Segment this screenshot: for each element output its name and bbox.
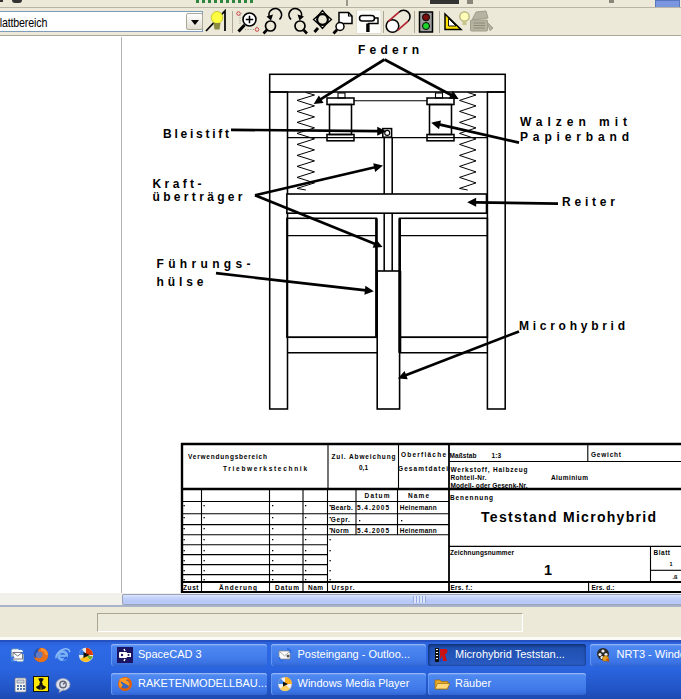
svg-text:Benennung: Benennung [450, 494, 493, 502]
svg-text:Ers. f.:: Ers. f.: [451, 584, 473, 591]
svg-text:Teststand Microhybrid: Teststand Microhybrid [481, 509, 656, 525]
svg-text:1:3: 1:3 [492, 452, 502, 459]
svg-text:überträger: überträger [153, 190, 243, 204]
svg-text:Gesamtdatei: Gesamtdatei [398, 465, 448, 472]
svg-text:Ers. d.:: Ers. d.: [592, 584, 615, 591]
svg-text:Norm: Norm [331, 527, 349, 534]
svg-text:Name: Name [408, 492, 429, 499]
svg-text:Maßstab: Maßstab [450, 452, 477, 459]
svg-text:Oberfläche: Oberfläche [401, 451, 446, 458]
svg-text:hülse: hülse [157, 275, 204, 289]
svg-text:Nam: Nam [308, 584, 323, 591]
svg-text:Bearb.: Bearb. [331, 504, 353, 511]
svg-text:5.4.2005: 5.4.2005 [357, 504, 389, 511]
svg-text:Verwendungsbereich: Verwendungsbereich [188, 453, 267, 461]
svg-text:Microhybrid: Microhybrid [519, 319, 625, 333]
svg-text:Werkstoff, Halbzeug: Werkstoff, Halbzeug [451, 466, 528, 474]
svg-text:1: 1 [670, 561, 673, 567]
svg-text:.ß: .ß [673, 574, 679, 580]
svg-text:Gepr.: Gepr. [331, 516, 350, 524]
svg-text:Reiter: Reiter [562, 195, 615, 209]
svg-text:Bleistift: Bleistift [163, 127, 229, 141]
svg-text:Änderung: Änderung [219, 584, 257, 592]
svg-text:Datum: Datum [275, 584, 299, 591]
svg-text:Aluminium: Aluminium [551, 474, 588, 481]
svg-text:Kraft-: Kraft- [153, 177, 202, 191]
svg-text:Heinemann: Heinemann [400, 527, 437, 534]
svg-text:Rohteil-Nr.: Rohteil-Nr. [451, 474, 487, 481]
svg-text:Walzen mit: Walzen mit [520, 115, 627, 129]
svg-text:5.4.2005: 5.4.2005 [357, 527, 389, 534]
svg-text:Triebwerkstechnik: Triebwerkstechnik [223, 465, 307, 472]
svg-text:0,1: 0,1 [359, 464, 368, 472]
svg-text:Zul. Abweichung: Zul. Abweichung [332, 453, 396, 461]
svg-text:1: 1 [544, 562, 552, 578]
svg-text:Papierband: Papierband [520, 130, 629, 144]
svg-text:Führungs-: Führungs- [157, 257, 251, 271]
svg-text:Modell- oder Gesenk-Nr.: Modell- oder Gesenk-Nr. [451, 482, 528, 489]
svg-text:Federn: Federn [358, 43, 419, 57]
svg-text:Heinemann: Heinemann [400, 504, 437, 511]
svg-text:Blatt: Blatt [654, 549, 671, 556]
svg-text:Zust: Zust [183, 584, 199, 591]
svg-text:Gewicht: Gewicht [591, 451, 622, 458]
svg-text:Urspr.: Urspr. [332, 584, 355, 592]
svg-text:Zeichnungsnummer: Zeichnungsnummer [450, 549, 514, 557]
svg-text:Datum: Datum [365, 492, 390, 499]
